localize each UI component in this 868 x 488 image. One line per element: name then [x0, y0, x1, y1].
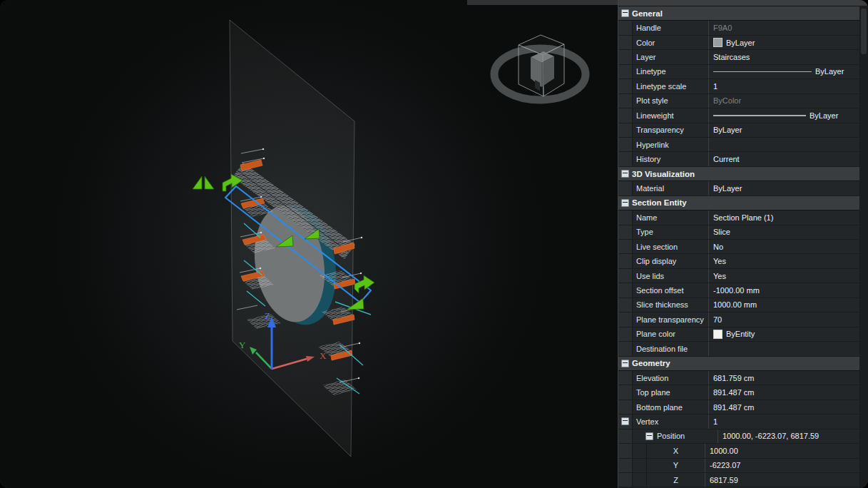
section-header-label: 3D Visualization [632, 167, 868, 181]
row-gutter [618, 94, 633, 108]
property-value[interactable]: ByLayer [709, 181, 868, 195]
property-row-elevation[interactable]: Elevation681.759 cm [618, 371, 868, 385]
viewport-scene: X Y Z [0, 0, 618, 488]
property-value[interactable]: 1 [709, 415, 868, 428]
flip-grip-left [205, 176, 214, 189]
property-label: Slice thickness [633, 298, 709, 312]
property-value[interactable]: 1000.00 [705, 444, 868, 457]
property-row-plot-style[interactable]: Plot styleByColor [618, 94, 868, 108]
property-value[interactable]: Current [709, 152, 868, 166]
property-value[interactable]: ByLayer [709, 108, 868, 122]
collapse-icon[interactable] [621, 360, 629, 367]
property-value[interactable]: ByLayer [709, 65, 868, 78]
property-row-hyperlink[interactable]: Hyperlink [618, 138, 868, 152]
property-value[interactable]: ByEntity [709, 327, 868, 341]
property-row-history[interactable]: HistoryCurrent [618, 152, 868, 166]
property-value[interactable]: Staircases [709, 50, 868, 63]
property-row-bottom-plane[interactable]: Bottom plane891.487 cm [618, 400, 868, 415]
property-label: Material [633, 181, 709, 195]
row-gutter [618, 429, 633, 443]
property-value[interactable]: ByColor [709, 94, 868, 108]
property-row-linetype-scale[interactable]: Linetype scale1 [618, 79, 868, 93]
property-row-x[interactable]: X1000.00 [618, 444, 868, 458]
row-gutter [618, 371, 633, 385]
model-viewport[interactable]: X Y Z [0, 0, 618, 488]
property-row-destination-file[interactable]: Destination file [618, 342, 868, 356]
property-row-use-lids[interactable]: Use lidsYes [618, 269, 868, 283]
property-row-type[interactable]: TypeSlice [618, 225, 868, 240]
property-value[interactable]: Slice [709, 225, 868, 239]
property-value[interactable] [709, 342, 868, 355]
property-value[interactable]: -6223.07 [705, 459, 868, 472]
property-value[interactable]: 891.487 cm [709, 385, 868, 399]
property-value[interactable]: 70 [709, 312, 868, 326]
property-value[interactable]: 681.759 cm [709, 371, 868, 385]
collapse-icon[interactable] [621, 417, 629, 425]
property-label: Linetype scale [633, 79, 709, 93]
property-value[interactable] [709, 138, 868, 151]
property-row-name[interactable]: NameSection Plane (1) [618, 210, 868, 225]
property-row-section-offset[interactable]: Section offset-1000.00 mm [618, 283, 868, 298]
property-value[interactable]: -1000.00 mm [709, 283, 868, 297]
property-value[interactable]: F9A0 [709, 21, 868, 34]
row-gutter [618, 108, 633, 122]
section-header-label: General [632, 6, 868, 20]
property-value[interactable]: 1000.00 mm [709, 298, 868, 312]
property-row-color[interactable]: ColorByLayer [618, 36, 868, 50]
ucs-x-label: X [320, 350, 327, 361]
property-row-live-section[interactable]: Live sectionNo [618, 240, 868, 254]
color-swatch[interactable] [713, 38, 723, 47]
row-gutter [618, 459, 633, 472]
color-swatch[interactable] [713, 330, 723, 339]
property-row-slice-thickness[interactable]: Slice thickness1000.00 mm [618, 298, 868, 312]
property-value[interactable]: ByLayer [709, 123, 868, 137]
property-row-material[interactable]: MaterialByLayer [618, 181, 868, 195]
property-row-top-plane[interactable]: Top plane891.487 cm [618, 385, 868, 400]
row-gutter [618, 36, 633, 49]
section-header-label: Section Entity [632, 196, 868, 210]
row-gutter [618, 65, 633, 78]
property-label: Section offset [633, 283, 709, 297]
property-row-handle[interactable]: HandleF9A0 [618, 21, 868, 35]
property-row-position[interactable]: Position1000.00, -6223.07, 6817.59 [618, 429, 868, 444]
property-label: Destination file [633, 342, 709, 355]
section-header-section-entity[interactable]: Section Entity [618, 196, 868, 210]
property-value[interactable]: 1000.00, -6223.07, 6817.59 [718, 429, 868, 443]
property-row-plane-color[interactable]: Plane colorByEntity [618, 327, 868, 342]
property-row-layer[interactable]: LayerStaircases [618, 50, 868, 64]
section-header-general[interactable]: General [618, 6, 868, 21]
property-label: Vertex [633, 415, 709, 428]
panel-scrollbar[interactable] [859, 6, 868, 488]
property-label: X [633, 444, 705, 457]
collapse-icon[interactable] [621, 9, 629, 17]
row-gutter [618, 225, 633, 239]
panel-scrollbar-thumb[interactable] [861, 9, 867, 54]
property-row-transparency[interactable]: TransparencyByLayer [618, 123, 868, 138]
collapse-icon[interactable] [621, 199, 629, 207]
property-value[interactable]: ByLayer [709, 36, 868, 49]
collapse-icon[interactable] [645, 432, 653, 440]
indent-guide [633, 473, 647, 487]
properties-rows: GeneralHandleF9A0ColorByLayerLayerStairc… [618, 6, 868, 488]
property-value[interactable]: Section Plane (1) [709, 210, 868, 224]
property-value[interactable]: Yes [709, 269, 868, 283]
property-label: Clip display [633, 254, 709, 268]
properties-panel[interactable]: GeneralHandleF9A0ColorByLayerLayerStairc… [618, 0, 868, 488]
property-value[interactable]: 1 [709, 79, 868, 93]
property-row-vertex[interactable]: Vertex1 [618, 415, 868, 429]
property-row-clip-display[interactable]: Clip displayYes [618, 254, 868, 268]
collapse-icon[interactable] [621, 170, 629, 178]
property-row-z[interactable]: Z6817.59 [618, 473, 868, 487]
property-value[interactable]: No [709, 240, 868, 253]
panel-top-strip [618, 0, 868, 6]
property-value[interactable]: 6817.59 [705, 473, 868, 487]
property-row-y[interactable]: Y-6223.07 [618, 459, 868, 473]
property-row-lineweight[interactable]: LineweightByLayer [618, 108, 868, 123]
navigation-widget[interactable] [494, 35, 586, 100]
property-value[interactable]: 891.487 cm [709, 400, 868, 414]
property-row-plane-transparency[interactable]: Plane transparency70 [618, 312, 868, 327]
section-header-geometry[interactable]: Geometry [618, 357, 868, 371]
property-row-linetype[interactable]: LinetypeByLayer [618, 65, 868, 79]
section-header-3d-visualization[interactable]: 3D Visualization [618, 167, 868, 181]
property-value[interactable]: Yes [709, 254, 868, 268]
